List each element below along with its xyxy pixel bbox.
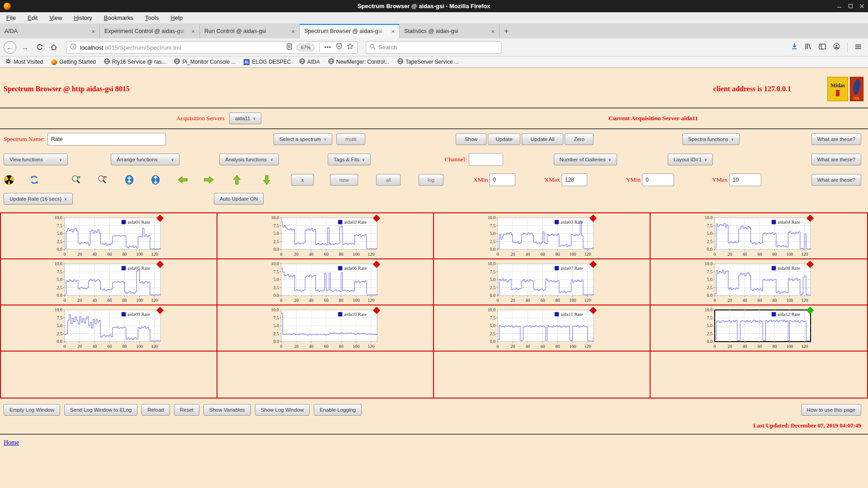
xmax-input[interactable] xyxy=(561,174,587,186)
menu-view[interactable]: View xyxy=(49,14,62,21)
spectrum-cell-aida05[interactable]: 0.02.55.07.510.0020406080100120aida05 Ra… xyxy=(1,259,217,305)
what-are-these-button[interactable]: What are these? xyxy=(811,133,861,145)
spectrum-cell-aida11[interactable]: 0.02.55.07.510.0020406080100120aida11 Ra… xyxy=(434,305,651,352)
all-button[interactable]: all xyxy=(376,174,401,186)
spectrum-cell-aida10[interactable]: 0.02.55.07.510.0020406080100120aida10 Ra… xyxy=(217,305,434,352)
tab-close-icon[interactable]: × xyxy=(91,28,95,35)
show-log-window-button[interactable]: Show Log Window xyxy=(255,404,310,416)
tab-close-icon[interactable]: × xyxy=(191,28,195,35)
tab-close-icon[interactable]: × xyxy=(491,28,495,35)
tab-aida[interactable]: AIDA × xyxy=(0,24,100,38)
search-bar[interactable]: Search xyxy=(366,41,501,54)
log-button[interactable]: log xyxy=(419,174,443,186)
channel-input[interactable] xyxy=(469,153,503,166)
spectrum-cell-aida06[interactable]: 0.02.55.07.510.0020406080100120aida06 Ra… xyxy=(217,259,434,305)
arrow-down-icon[interactable] xyxy=(261,174,272,185)
view-functions-dropdown[interactable]: View functions∨ xyxy=(4,154,68,165)
spectrum-cell-aida09[interactable]: 0.02.55.07.510.0020406080100120aida09 Ra… xyxy=(1,305,217,352)
spectrum-cell-aida12[interactable]: 0.02.55.07.510.0020406080100120aida12 Ra… xyxy=(651,305,867,352)
x-axis-button[interactable]: x xyxy=(291,174,314,186)
menu-history[interactable]: History xyxy=(74,14,92,21)
maximize-icon[interactable] xyxy=(848,4,853,9)
close-icon[interactable] xyxy=(859,4,864,9)
tab-close-icon[interactable]: × xyxy=(391,28,395,35)
menu-bookmarks[interactable]: Bookmarks xyxy=(104,14,133,21)
update-button[interactable]: Update xyxy=(488,133,520,145)
library-icon[interactable] xyxy=(805,43,811,52)
page-actions-icon[interactable]: ••• xyxy=(324,44,331,51)
select-spectrum-dropdown[interactable]: Select a spectrum∨ xyxy=(274,133,332,145)
bookmark-newmerger[interactable]: NewMerger: Control... xyxy=(328,58,389,66)
bookmark-getting-started[interactable]: Getting Started xyxy=(51,59,96,65)
auto-update-button[interactable]: Auto Update ON xyxy=(214,193,264,205)
layout-id-dropdown[interactable]: Layout ID=1∨ xyxy=(668,154,713,165)
send-log-to-elog-button[interactable]: Send Log Window to ELog xyxy=(64,404,137,416)
pocket-shield-icon[interactable] xyxy=(336,43,342,52)
bookmark-tapeserver[interactable]: TapeServer Service ... xyxy=(397,58,459,66)
spectrum-cell-aida07[interactable]: 0.02.55.07.510.0020406080100120aida07 Ra… xyxy=(434,259,651,305)
refresh-icon[interactable] xyxy=(29,174,40,185)
menu-tools[interactable]: Tools xyxy=(145,14,159,21)
home-icon[interactable] xyxy=(48,42,60,53)
multi-button[interactable]: multi xyxy=(336,133,365,145)
bookmark-aida[interactable]: AIDA xyxy=(299,58,320,66)
enable-logging-button[interactable]: Enable Logging xyxy=(314,404,362,416)
update-rate-dropdown[interactable]: Update Rate (16 secs)∨ xyxy=(4,193,73,205)
forward-icon[interactable]: → xyxy=(19,42,31,53)
empty-log-window-button[interactable]: Empty Log Window xyxy=(4,404,60,416)
acquisition-server-select[interactable]: aida11∨ xyxy=(229,113,262,124)
zoom-out-icon[interactable] xyxy=(97,174,108,185)
update-all-button[interactable]: Update All xyxy=(522,133,563,145)
bookmark-elog-despec[interactable]: EL ELOG DESPEC xyxy=(244,59,291,65)
downloads-icon[interactable] xyxy=(791,43,797,52)
how-to-use-button[interactable]: How to use this page xyxy=(801,404,861,416)
home-link[interactable]: Home xyxy=(4,439,19,446)
new-tab-button[interactable]: + xyxy=(500,24,513,38)
tab-run-control[interactable]: Run Control @ aidas-gsi × xyxy=(200,24,300,38)
arrow-left-icon[interactable] xyxy=(177,174,188,185)
bookmark-pi-monitor[interactable]: Pi_Monitor Console ... xyxy=(174,58,236,66)
collapse-y-icon[interactable] xyxy=(124,174,135,185)
arrow-up-icon[interactable] xyxy=(231,174,242,185)
url-bar[interactable]: localhost:8015/Spectrum/Spectrum.tml 67%… xyxy=(66,41,358,54)
spectrum-cell-aida02[interactable]: 0.02.55.07.510.0020406080100120aida02 Ra… xyxy=(217,213,434,259)
spectrum-cell-aida08[interactable]: 0.02.55.07.510.0020406080100120aida08 Ra… xyxy=(651,259,867,305)
spectrum-cell-aida04[interactable]: 0.02.55.07.510.0020406080100120aida04 Ra… xyxy=(651,213,867,259)
spectrum-cell-aida01[interactable]: 0.02.55.07.510.0020406080100120aida01 Ra… xyxy=(1,213,217,259)
zoom-in-icon[interactable] xyxy=(71,174,81,185)
minimize-icon[interactable] xyxy=(837,4,842,9)
tab-experiment-control[interactable]: Experiment Control @ aidas-gsi × xyxy=(100,24,200,38)
reload-icon[interactable] xyxy=(33,42,45,53)
zero-button[interactable]: Zero xyxy=(565,133,594,145)
expand-y-icon[interactable] xyxy=(150,174,161,185)
bookmark-star-icon[interactable] xyxy=(347,43,354,52)
arrange-functions-dropdown[interactable]: Arrange functions∨ xyxy=(111,154,179,165)
show-variables-button[interactable]: Show Variables xyxy=(203,404,251,416)
xmin-input[interactable] xyxy=(489,174,515,186)
site-info-icon[interactable] xyxy=(70,43,76,52)
account-icon[interactable] xyxy=(833,43,840,52)
what-are-these-button[interactable]: What are these? xyxy=(811,174,861,186)
what-are-these-button[interactable]: What are these? xyxy=(811,154,861,165)
reset-button[interactable]: Reset xyxy=(174,404,199,416)
show-button[interactable]: Show xyxy=(456,133,486,145)
tab-close-icon[interactable]: × xyxy=(291,28,295,35)
tab-spectrum-browser[interactable]: Spectrum Browser @ aidas-gsi × xyxy=(300,24,400,38)
hamburger-menu-icon[interactable] xyxy=(855,43,862,52)
bookmark-most-visited[interactable]: Most Visited xyxy=(5,58,43,66)
analysis-functions-dropdown[interactable]: Analysis functions∨ xyxy=(219,154,279,165)
number-of-galleries-dropdown[interactable]: Number of Galleries∨ xyxy=(554,154,617,165)
arrow-right-icon[interactable] xyxy=(203,174,214,185)
spectra-functions-dropdown[interactable]: Spectra functions∨ xyxy=(682,133,740,145)
menu-file[interactable]: File xyxy=(6,14,16,21)
reload-button[interactable]: Reload xyxy=(142,404,170,416)
tab-statistics[interactable]: Statistics @ aidas-gsi × xyxy=(400,24,500,38)
spectrum-cell-aida03[interactable]: 0.02.55.07.510.0020406080100120aida03 Ra… xyxy=(434,213,651,259)
menu-edit[interactable]: Edit xyxy=(28,14,38,21)
spectrum-name-input[interactable] xyxy=(47,133,166,145)
back-icon[interactable]: ← xyxy=(4,41,16,54)
ymax-input[interactable] xyxy=(729,174,761,186)
radiation-icon[interactable] xyxy=(4,174,14,185)
new-button[interactable]: new xyxy=(330,174,358,186)
sidebar-icon[interactable] xyxy=(819,43,826,52)
